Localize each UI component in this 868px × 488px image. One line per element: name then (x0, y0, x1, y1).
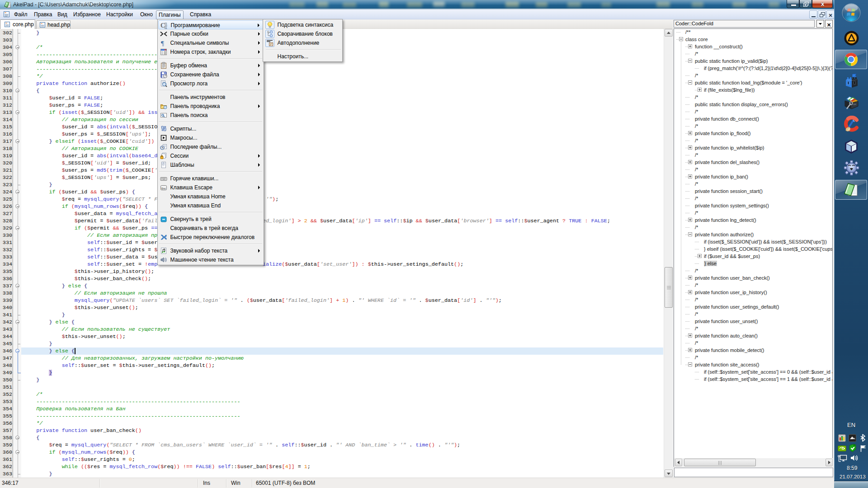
svg-text:¶: ¶ (161, 40, 164, 47)
svg-text:01: 01 (165, 26, 167, 29)
svg-text:Esc: Esc (161, 187, 166, 189)
